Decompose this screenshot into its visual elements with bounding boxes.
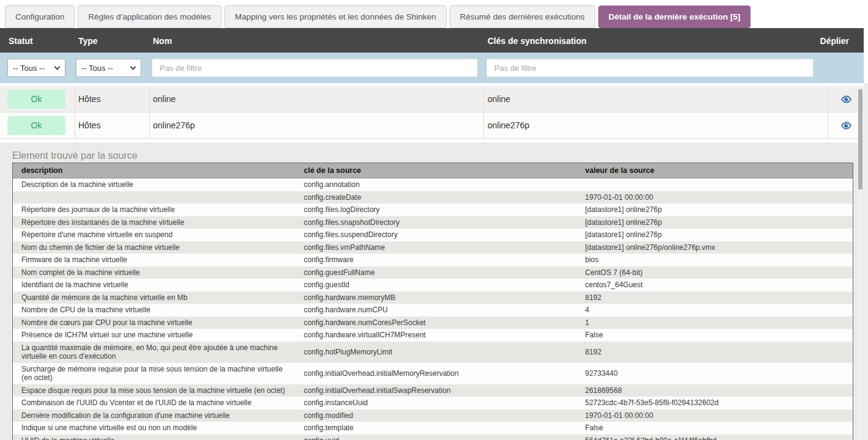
table-row: Nombre de cœurs par CPU pour la machine … [13,317,853,329]
table-row: config.createDate 1970-01-01 00:00:00 [13,191,853,204]
results-rows: Ok Hôtes online online Ok Hôtes online27… [0,86,864,139]
source-key-cell: config.hardware.numCoresPerSocket [295,317,577,329]
source-key-cell: config.annotation [295,178,577,191]
tab-regles-d-application-des-modeles[interactable]: Règles d'application des modèles [78,6,221,28]
table-row: Surcharge de mémoire requise pour la mis… [13,363,853,384]
description-cell: Répertoire des journaux de la machine vi… [13,204,295,216]
page-gutter [864,83,868,440]
table-row: UUID de la machine virtuelle config.uuid… [13,435,853,440]
type-cell: Hôtes [78,112,101,139]
source-value-cell: 8192 [577,292,853,304]
source-value-cell: 4 [577,304,853,317]
description-cell: Nom du chemin de fichier de la machine v… [13,241,295,254]
table-row: Dernière modification de la configuratio… [13,409,853,422]
source-key-cell: config.createDate [295,191,577,204]
source-value-cell: 1970-01-01 00:00:00 [577,409,853,422]
eye-icon [840,121,852,130]
table-row: Firmware de la machine virtuelle config.… [13,254,853,266]
source-value-cell: 92733440 [577,363,853,384]
statut-filter-select[interactable]: -- Tous -- [8,59,65,76]
source-key-cell: config.initialOverhead.initialSwapReserv… [295,384,577,397]
table-row: Répertoire des journaux de la machine vi… [13,204,853,216]
source-key-cell: config.uuid [295,435,577,440]
column-divider [75,112,75,138]
table-row: Nom complet de la machine virtuelle conf… [13,266,853,279]
source-value-cell: [datastore1] online276p [577,204,853,216]
col-header-type: Type [78,36,98,46]
description-cell: UUID de la machine virtuelle [13,435,295,440]
table-row: Combinaison de l'UUID du Vcenter et de l… [13,397,853,409]
source-key-cell: config.files.snapshotDirectory [295,216,577,229]
source-key-cell: config.guestId [295,279,577,292]
source-value-cell: centos7_64Guest [577,279,853,292]
tab-configuration[interactable]: Configuration [5,6,75,28]
source-key-cell: config.guestFullName [295,266,577,279]
description-cell: Nom complet de la machine virtuelle [13,266,295,279]
table-row: Nombre de CPU de la machine virtuelle co… [13,304,853,317]
col-header-source-value: valeur de la source [577,163,853,178]
source-key-cell: config.initialOverhead.initialMemoryRese… [295,363,577,384]
tab-detail-de-la-derniere-execution-5[interactable]: Détail de la dernière exécution [5] [598,6,751,28]
source-key-cell: config.hardware.virtualICH7MPresent [295,329,577,342]
source-value-cell: CentOS 7 (64-bit) [577,266,853,279]
section-title: Element trouvé par la source [12,150,138,161]
source-key-cell: config.firmware [295,254,577,266]
nom-filter-input[interactable] [152,59,478,77]
source-value-cell: 564d761c-a22f-62bd-b90e-c1f44f6ebfbd [577,435,853,440]
source-key-cell: config.hotPlugMemoryLimit [295,342,577,363]
table-row: Indique si une machine virtuelle est ou … [13,422,853,435]
column-divider [483,112,484,138]
eye-icon [840,95,852,104]
description-cell: Quantité de mémoire de la machine virtue… [13,292,295,304]
table-row: Répertoire des instantanés de la machine… [13,216,853,229]
table-row: Répertoire d'une machine virtuelle en su… [13,229,853,241]
table-row: Présence de ICH7M virtuel sur une machin… [13,329,853,342]
col-header-sync-keys: Clés de synchronisation [488,36,587,46]
nom-cell: online276p [153,112,195,139]
source-value-cell: False [577,422,853,435]
table-header-row: description clé de la source valeur de l… [13,163,853,178]
description-cell: Description de la machine virtuelle [13,178,295,191]
source-key-cell: config.files.suspendDirectory [295,229,577,241]
column-divider [149,112,150,138]
tab-resume-des-dernieres-executions[interactable]: Résumé des dernières exécutions [450,6,595,28]
source-value-cell: [datastore1] online276p [577,216,853,229]
source-key-cell: config.modified [295,409,577,422]
description-cell: Répertoire d'une machine virtuelle en su… [13,229,295,241]
tab-mapping-vers-les-proprietes-et-les-donnees-de-shinken[interactable]: Mapping vers les propriétés et les donné… [224,6,447,28]
source-value-cell: 1 [577,317,853,329]
source-value-cell: 8192 [577,342,853,363]
description-cell: Nombre de cœurs par CPU pour la machine … [13,317,295,329]
table-row: Nom du chemin de fichier de la machine v… [13,241,853,254]
source-value-cell: [datastore1] online276p/online276p.vmx [577,241,853,254]
description-cell: La quantité maximale de mémoire, en Mo, … [13,342,295,363]
col-header-source-key: clé de la source [295,163,577,178]
description-cell: Présence de ICH7M virtuel sur une machin… [13,329,295,342]
description-cell: Dernière modification de la configuratio… [13,409,295,422]
column-divider [483,86,484,112]
source-value-cell [577,178,853,191]
sync-keys-cell: online276p [488,112,530,139]
source-value-cell: 261869568 [577,384,853,397]
table-row: La quantité maximale de mémoire, en Mo, … [13,342,853,363]
nom-cell: online [153,86,176,112]
tab-bar: ConfigurationRègles d'application des mo… [0,0,864,28]
source-value-cell: False [577,329,853,342]
sync-keys-cell: online [488,86,510,112]
sync-keys-filter-input[interactable] [486,59,814,77]
table-row: Description de la machine virtuelle conf… [13,178,853,191]
col-header-statut: Statut [9,36,33,46]
column-divider [149,86,150,112]
description-cell: Espace disque requis pour la mise sous t… [13,384,295,397]
filter-row: -- Tous -- -- Tous -- [0,53,864,83]
scrollbar-thumb[interactable] [858,89,862,189]
type-filter-select[interactable]: -- Tous -- [76,59,141,76]
description-cell: Firmware de la machine virtuelle [13,254,295,266]
column-divider [75,86,75,112]
description-cell [13,191,295,204]
source-value-cell: bios [577,254,853,266]
table-row: Quantité de mémoire de la machine virtue… [13,292,853,304]
result-row: Ok Hôtes online online [0,86,864,112]
description-cell: Identifiant de la machine virtuelle [13,279,295,292]
table-row: Identifiant de la machine virtuelle conf… [13,279,853,292]
